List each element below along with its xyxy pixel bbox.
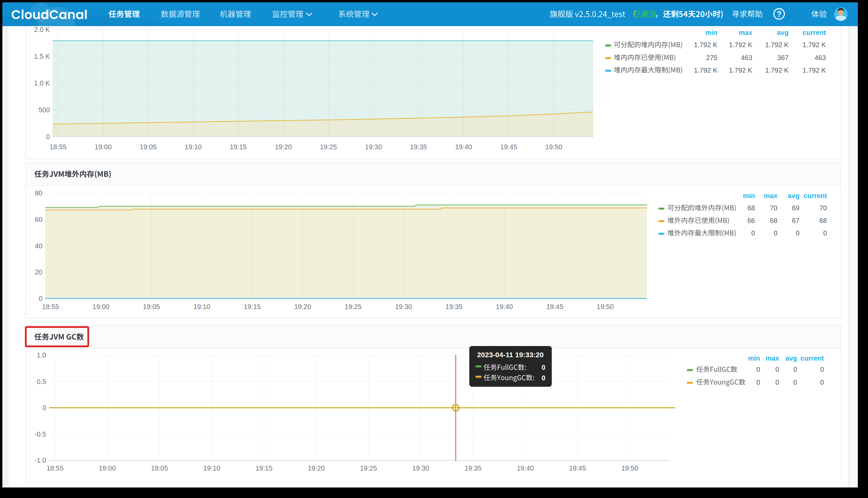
svg-text:19:25: 19:25 xyxy=(320,143,337,150)
svg-text:1.792 K: 1.792 K xyxy=(803,41,826,49)
svg-text:0: 0 xyxy=(820,379,824,386)
svg-text:19:30: 19:30 xyxy=(395,303,412,311)
svg-text:500: 500 xyxy=(39,106,50,114)
svg-text:0: 0 xyxy=(756,366,760,373)
svg-text:66: 66 xyxy=(748,217,755,224)
svg-text:1.0 K: 1.0 K xyxy=(34,79,50,87)
svg-text:60: 60 xyxy=(35,216,42,223)
svg-text:19:10: 19:10 xyxy=(193,303,210,311)
svg-text:2.0 K: 2.0 K xyxy=(34,26,50,33)
svg-text:max: max xyxy=(764,192,777,199)
svg-text:0.5: 0.5 xyxy=(37,378,46,385)
svg-text:19:35: 19:35 xyxy=(465,464,481,472)
svg-text:19:05: 19:05 xyxy=(151,464,168,472)
svg-text:19:10: 19:10 xyxy=(203,464,220,472)
svg-text:1.792 K: 1.792 K xyxy=(765,41,789,49)
svg-text:0: 0 xyxy=(542,364,545,371)
svg-text:70: 70 xyxy=(819,204,827,212)
svg-text:19:15: 19:15 xyxy=(230,143,247,150)
svg-text:19:15: 19:15 xyxy=(256,464,272,472)
svg-text:68: 68 xyxy=(770,217,777,224)
svg-text:1.792 K: 1.792 K xyxy=(729,41,753,49)
svg-text:min: min xyxy=(743,192,755,199)
svg-text:0: 0 xyxy=(751,229,755,237)
svg-text:min: min xyxy=(748,354,760,362)
svg-text:0: 0 xyxy=(542,374,545,382)
svg-text:18:55: 18:55 xyxy=(42,303,59,311)
svg-text:1.792 K: 1.792 K xyxy=(765,66,789,74)
svg-text:463: 463 xyxy=(815,54,826,62)
svg-text:19:10: 19:10 xyxy=(185,143,202,150)
svg-text:current: current xyxy=(803,29,826,36)
svg-text:68: 68 xyxy=(819,217,827,224)
svg-text:0: 0 xyxy=(793,379,797,386)
svg-text:80: 80 xyxy=(35,189,42,197)
svg-text:19:50: 19:50 xyxy=(545,143,562,150)
svg-text:19:45: 19:45 xyxy=(500,143,517,150)
svg-text:19:40: 19:40 xyxy=(455,143,472,150)
svg-text:19:20: 19:20 xyxy=(275,143,292,150)
svg-text:0: 0 xyxy=(793,366,797,373)
svg-text:19:00: 19:00 xyxy=(93,303,109,311)
svg-text:19:00: 19:00 xyxy=(95,143,112,150)
svg-text:19:00: 19:00 xyxy=(99,464,116,472)
svg-text:19:35: 19:35 xyxy=(445,303,463,311)
svg-text:2023-04-11 19:33:20: 2023-04-11 19:33:20 xyxy=(477,351,544,358)
svg-text:68: 68 xyxy=(748,204,755,212)
svg-text:19:25: 19:25 xyxy=(360,464,377,472)
svg-text:0: 0 xyxy=(42,404,46,411)
svg-text:19:05: 19:05 xyxy=(143,303,160,311)
svg-text:19:20: 19:20 xyxy=(308,464,325,472)
svg-text:0: 0 xyxy=(820,366,824,373)
svg-text:19:35: 19:35 xyxy=(410,143,427,150)
svg-text:-0.5: -0.5 xyxy=(35,431,46,438)
svg-text:max: max xyxy=(739,29,752,36)
svg-text:1.792 K: 1.792 K xyxy=(694,41,718,49)
svg-text:max: max xyxy=(765,354,779,362)
svg-text:19:15: 19:15 xyxy=(244,303,261,311)
svg-text:19:50: 19:50 xyxy=(597,303,614,311)
svg-text:0: 0 xyxy=(796,229,800,237)
svg-text:avg: avg xyxy=(777,29,789,36)
svg-text:0: 0 xyxy=(39,295,42,302)
svg-text:0: 0 xyxy=(756,379,760,386)
svg-text:-1.0: -1.0 xyxy=(35,457,46,464)
svg-text:19:40: 19:40 xyxy=(517,464,534,472)
svg-text:463: 463 xyxy=(741,54,752,62)
svg-text:1.0: 1.0 xyxy=(37,352,46,359)
svg-text:19:30: 19:30 xyxy=(412,464,429,472)
svg-text:19:40: 19:40 xyxy=(496,303,513,311)
svg-text:1.5 K: 1.5 K xyxy=(34,53,50,60)
svg-text:19:30: 19:30 xyxy=(365,143,382,150)
svg-text:0: 0 xyxy=(823,229,827,237)
svg-text:19:45: 19:45 xyxy=(569,464,586,472)
svg-text:?: ? xyxy=(777,10,781,19)
svg-text:current: current xyxy=(804,192,827,199)
svg-text:min: min xyxy=(705,29,717,36)
svg-text:1.792 K: 1.792 K xyxy=(729,66,753,74)
svg-text:18:55: 18:55 xyxy=(50,143,66,150)
svg-text:19:05: 19:05 xyxy=(140,143,157,150)
svg-text:69: 69 xyxy=(792,204,800,212)
svg-text:20: 20 xyxy=(35,268,42,276)
svg-text:avg: avg xyxy=(788,192,800,199)
svg-text:40: 40 xyxy=(35,242,42,250)
svg-text:18:55: 18:55 xyxy=(47,464,63,472)
svg-text:19:45: 19:45 xyxy=(546,303,563,311)
svg-text:19:50: 19:50 xyxy=(621,464,638,472)
svg-text:0: 0 xyxy=(774,229,777,237)
svg-text:367: 367 xyxy=(777,54,789,62)
svg-text:1.792 K: 1.792 K xyxy=(694,66,718,74)
svg-text:67: 67 xyxy=(792,217,800,224)
svg-text:0: 0 xyxy=(775,366,779,373)
svg-text:current: current xyxy=(801,354,824,362)
svg-text:70: 70 xyxy=(770,204,777,212)
svg-text:avg: avg xyxy=(786,354,797,362)
svg-text:19:20: 19:20 xyxy=(294,303,311,311)
svg-text:0: 0 xyxy=(775,379,779,386)
svg-text:1.792 K: 1.792 K xyxy=(803,66,826,74)
svg-text:19:25: 19:25 xyxy=(345,303,362,311)
svg-text:0: 0 xyxy=(46,133,50,141)
svg-text:275: 275 xyxy=(706,54,717,62)
